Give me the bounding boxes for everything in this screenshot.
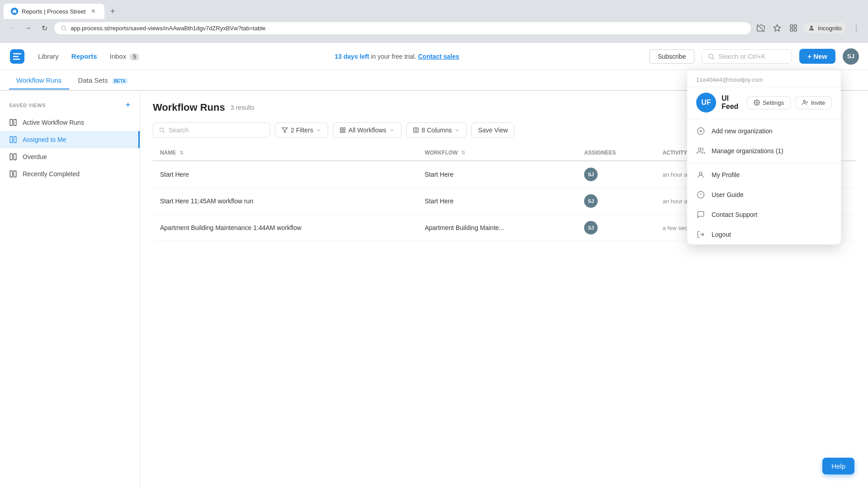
svg-rect-26: [343, 131, 345, 132]
sort-icon-2[interactable]: ⇅: [461, 150, 465, 155]
trial-notice: 13 days left in your free trial. Contact…: [152, 53, 642, 60]
svg-rect-14: [10, 136, 12, 143]
sidebar-item-label: Recently Completed: [23, 170, 80, 178]
incognito-button[interactable]: Incognito: [803, 23, 846, 33]
results-count: 3 results: [231, 104, 255, 111]
my-profile-item[interactable]: My Profile: [687, 165, 841, 185]
svg-rect-29: [413, 128, 418, 133]
svg-point-38: [699, 172, 702, 175]
svg-rect-4: [790, 25, 793, 27]
svg-rect-5: [794, 25, 797, 27]
page-title: Workflow Runs: [153, 102, 225, 113]
sidebar-item-label: Active Workflow Runs: [23, 119, 84, 126]
cell-workflow: Apartment Building Mainte...: [417, 215, 577, 241]
svg-point-8: [811, 26, 813, 28]
svg-rect-13: [14, 119, 16, 126]
beta-badge: BETA: [112, 78, 128, 84]
svg-point-30: [756, 102, 758, 103]
all-workflows-button[interactable]: All Workflows: [333, 122, 401, 138]
manage-org-icon: [696, 146, 705, 155]
dropdown-divider-2: [687, 163, 841, 163]
incognito-label: Incognito: [818, 25, 842, 32]
active-tab[interactable]: Reports | Process Street ×: [4, 4, 104, 19]
sidebar-item-recently-completed[interactable]: Recently Completed: [0, 165, 140, 183]
tab-workflow-runs[interactable]: Workflow Runs: [9, 72, 69, 89]
cell-assignees: SJ: [577, 215, 655, 241]
sidebar-item-overdue[interactable]: Overdue: [0, 148, 140, 165]
sidebar-add-button[interactable]: +: [125, 100, 131, 110]
forward-button[interactable]: →: [22, 22, 34, 34]
sidebar: SAVED VIEWS + Active Workflow Runs Assig…: [0, 91, 140, 488]
sort-icon[interactable]: ⇅: [179, 150, 184, 155]
sidebar-item-active-workflow-runs[interactable]: Active Workflow Runs: [0, 114, 140, 131]
add-org-item[interactable]: Add new organization: [687, 121, 841, 141]
book-icon: [9, 118, 17, 127]
logout-item[interactable]: Logout: [687, 225, 841, 244]
cell-name: Apartment Building Maintenance 1:44AM wo…: [153, 215, 417, 241]
library-nav-link[interactable]: Library: [33, 50, 64, 63]
svg-rect-16: [10, 154, 12, 160]
col-name: NAME ⇅: [153, 145, 417, 161]
browser-chrome: Reports | Process Street × + ← → ↻ app.p…: [0, 0, 868, 43]
settings-button[interactable]: Settings: [747, 96, 791, 109]
user-guide-item[interactable]: User Guide: [687, 185, 841, 205]
reports-nav-link[interactable]: Reports: [66, 50, 103, 63]
svg-point-31: [803, 100, 806, 103]
refresh-button[interactable]: ↻: [38, 22, 51, 34]
filters-button[interactable]: 2 Filters: [275, 122, 328, 138]
star-icon[interactable]: [771, 22, 783, 34]
camera-off-icon[interactable]: [755, 22, 767, 34]
inbox-nav-link[interactable]: Inbox 5: [104, 50, 145, 63]
tab-favicon: [11, 8, 18, 15]
svg-rect-19: [14, 171, 16, 177]
svg-marker-3: [774, 25, 781, 31]
search-input[interactable]: Search: [153, 122, 270, 138]
sidebar-item-label: Overdue: [23, 153, 47, 160]
svg-point-0: [61, 26, 65, 29]
support-icon: [696, 210, 705, 219]
svg-point-37: [698, 148, 701, 150]
columns-button[interactable]: 8 Columns: [406, 122, 467, 138]
new-tab-button[interactable]: +: [106, 5, 119, 18]
manage-org-item[interactable]: Manage organizations (1): [687, 141, 841, 161]
sidebar-item-label: Assigned to Me: [23, 136, 66, 143]
menu-icon[interactable]: ⋮: [850, 22, 863, 34]
contact-support-item[interactable]: Contact Support: [687, 205, 841, 225]
tab-data-sets[interactable]: Data Sets BETA: [71, 72, 136, 89]
sidebar-section-title: SAVED VIEWS: [9, 103, 46, 108]
extensions-icon[interactable]: [787, 22, 800, 34]
browser-actions: Incognito ⋮: [755, 22, 863, 34]
cell-workflow: Start Here: [417, 188, 577, 215]
book-icon-3: [9, 153, 17, 161]
add-org-icon: [696, 127, 705, 136]
cell-workflow: Start Here: [417, 161, 577, 188]
back-button[interactable]: ←: [5, 22, 18, 34]
tab-close-button[interactable]: ×: [89, 7, 97, 15]
svg-line-1: [65, 29, 66, 31]
profile-icon: [696, 170, 705, 179]
search-bar[interactable]: Search or Ctrl+K: [702, 49, 792, 64]
avatar: SJ: [584, 194, 598, 208]
sidebar-item-assigned-to-me[interactable]: Assigned to Me: [0, 131, 140, 148]
invite-button[interactable]: Invite: [795, 96, 832, 109]
save-view-button[interactable]: Save View: [471, 122, 514, 138]
guide-icon: [696, 190, 705, 199]
svg-marker-22: [282, 128, 288, 133]
avatar: SJ: [584, 168, 598, 181]
svg-rect-12: [10, 119, 12, 126]
help-button[interactable]: Help: [822, 458, 854, 474]
new-button[interactable]: + New: [799, 49, 835, 64]
address-bar[interactable]: app.process.st/reports/saved-views/inAAw…: [54, 22, 751, 34]
sidebar-section-header: SAVED VIEWS +: [0, 100, 140, 114]
dropdown-user-row: UF UI Feed Settings Invite: [687, 87, 841, 117]
subscribe-button[interactable]: Subscribe: [649, 49, 694, 64]
user-avatar[interactable]: SJ: [843, 48, 859, 65]
logo[interactable]: [9, 48, 25, 65]
dropdown-email: 11e404e4@moodjoy.com: [687, 70, 841, 87]
svg-rect-15: [14, 136, 16, 143]
inbox-badge: 5: [130, 53, 139, 61]
search-placeholder-text: Search: [169, 127, 189, 134]
dropdown-user-name: UI Feed: [722, 94, 741, 111]
contact-sales-link[interactable]: Contact sales: [418, 53, 459, 60]
svg-line-2: [757, 24, 765, 32]
